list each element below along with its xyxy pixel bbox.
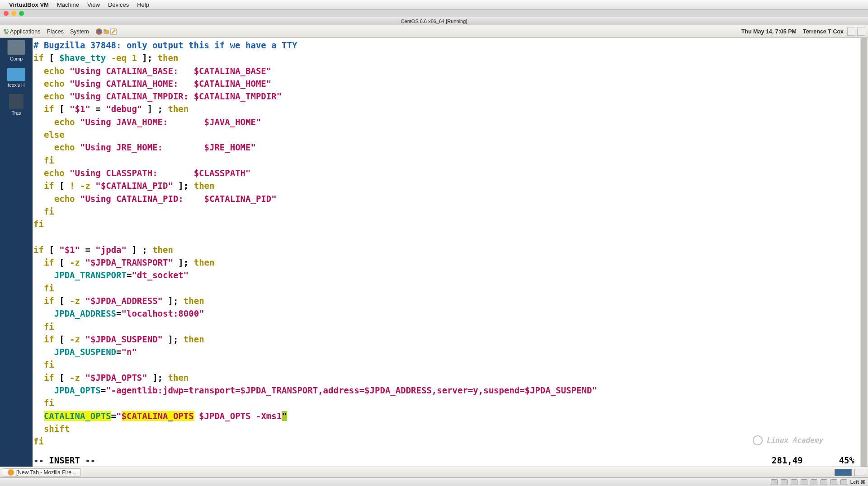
show-desktop-icon[interactable]: [854, 469, 865, 476]
svg-point-0: [4, 29, 6, 32]
kw-if: if: [44, 296, 54, 306]
str-jpda-address: "$JPDA_ADDRESS": [85, 296, 163, 306]
taskbar-firefox-label: [New Tab - Mozilla Fire...: [16, 469, 76, 476]
kw-if: if: [44, 104, 54, 114]
vb-display-icon[interactable]: [821, 479, 827, 485]
eq: =: [127, 270, 132, 280]
kw-z: -z: [70, 296, 80, 306]
eq: =: [101, 385, 106, 395]
menu-help[interactable]: Help: [137, 1, 149, 8]
computer-icon[interactable]: Comp: [7, 40, 25, 61]
vm-titlebar: CentOS 6.6 x86_64 [Running]: [0, 17, 868, 25]
kw-z: -z: [70, 257, 80, 267]
kw-then: then: [194, 257, 215, 267]
taskbar-firefox-button[interactable]: [New Tab - Mozilla Fire...: [3, 468, 81, 477]
kw-if: if: [44, 181, 54, 191]
kw-eq: -eq 1: [111, 53, 137, 63]
var-jpda-opts: JPDA_OPTS: [54, 385, 101, 395]
str-localhost: "localhost:8000": [122, 308, 204, 318]
vim-mode: -- INSERT --: [33, 454, 95, 467]
window-close-icon[interactable]: [4, 11, 9, 16]
str-jre-home: "Using JRE_HOME: $JRE_HOME": [80, 142, 256, 152]
vm-window-controls: [0, 10, 868, 17]
menu-system[interactable]: System: [70, 28, 89, 35]
str-agentlib: "-agentlib:jdwp=transport=$JPDA_TRANSPOR…: [106, 385, 597, 395]
kw-then: then: [194, 181, 215, 191]
firefox-launcher-icon[interactable]: [95, 28, 103, 35]
kw-then: then: [184, 334, 204, 344]
menu-places[interactable]: Places: [47, 28, 64, 35]
str-catalina-opts-rest: $JPDA_OPTS -Xms1: [194, 411, 282, 421]
kw-notz: ! -z: [70, 181, 90, 191]
var-have-tty: $have_tty: [59, 53, 106, 63]
kw-echo: echo: [44, 168, 65, 178]
str-jpda-suspend: "$JPDA_SUSPEND": [85, 334, 163, 344]
str-classpath: "Using CLASSPATH: $CLASSPATH": [70, 168, 250, 178]
virtualbox-statusbar: Left ⌘: [0, 477, 868, 486]
str-dt-socket: "dt_socket": [132, 270, 189, 280]
str-jpda-transport: "$JPDA_TRANSPORT": [85, 257, 173, 267]
svg-point-2: [8, 31, 9, 32]
app-menu[interactable]: VirtualBox VM: [9, 1, 49, 8]
trash-icon[interactable]: Tras: [9, 94, 24, 116]
firefox-icon: [8, 469, 14, 476]
kw-fi: fi: [33, 219, 44, 229]
vb-mouse-integration-icon[interactable]: [840, 479, 847, 485]
str-catalina-base: "Using CATALINA_BASE: $CATALINA_BASE": [70, 66, 271, 76]
home-folder-icon[interactable]: tcox's H: [7, 68, 25, 88]
menu-applications[interactable]: Applications: [10, 28, 40, 35]
panel-clock[interactable]: Thu May 14, 7:05 PM: [741, 28, 797, 35]
str-catalina-home: "Using CATALINA_HOME: $CATALINA_HOME": [70, 79, 271, 89]
str-jpda: "jpda": [95, 245, 127, 255]
kw-then: then: [168, 373, 189, 383]
menu-view[interactable]: View: [87, 1, 100, 8]
home-label: tcox's H: [8, 82, 24, 88]
kw-if: if: [33, 245, 44, 255]
trash-label: Tras: [12, 110, 21, 116]
window-zoom-icon[interactable]: [19, 11, 24, 16]
gedit-launcher-icon[interactable]: [110, 28, 117, 35]
network-icon[interactable]: [857, 28, 865, 36]
vb-hdd-icon[interactable]: [771, 479, 778, 485]
workspace-switcher[interactable]: [835, 469, 852, 476]
nautilus-launcher-icon[interactable]: [103, 28, 110, 35]
vb-usb-icon[interactable]: [801, 479, 807, 485]
kw-z: -z: [70, 334, 80, 344]
vb-optical-icon[interactable]: [781, 479, 788, 485]
vim-statusline: -- INSERT -- 281,49 45%: [33, 454, 859, 467]
kw-fi: fi: [44, 155, 54, 165]
svg-point-5: [97, 30, 101, 33]
vb-network-icon[interactable]: [791, 479, 797, 485]
terminal-scrollbar[interactable]: [860, 38, 868, 467]
kw-then: then: [158, 53, 179, 63]
kw-if: if: [44, 257, 54, 267]
kw-fi: fi: [44, 360, 54, 369]
eq: =: [116, 347, 121, 357]
watermark: Linux Academy: [753, 434, 823, 447]
kw-then: then: [168, 104, 189, 114]
str-jpda-opts: "$JPDA_OPTS": [85, 373, 147, 383]
kw-shift: shift: [44, 424, 70, 434]
panel-user[interactable]: Terrence T Cox: [803, 28, 844, 35]
kw-fi: fi: [44, 206, 54, 216]
kw-fi: fi: [44, 398, 54, 408]
var-jpda-transport: JPDA_TRANSPORT: [54, 270, 127, 280]
vim-buffer[interactable]: # Bugzilla 37848: only output this if we…: [33, 39, 865, 448]
desktop-icons: Comp tcox's H Tras: [0, 38, 33, 467]
mac-menubar: VirtualBox VM Machine View Devices Help: [0, 0, 868, 10]
volume-icon[interactable]: [847, 28, 855, 36]
scrollbar-thumb[interactable]: [861, 38, 867, 467]
vb-shared-folders-icon[interactable]: [811, 479, 817, 485]
menu-devices[interactable]: Devices: [108, 1, 129, 8]
computer-label: Comp: [10, 56, 23, 61]
svg-point-1: [7, 29, 8, 30]
window-minimize-icon[interactable]: [11, 11, 16, 16]
gnome-bottom-panel: [New Tab - Mozilla Fire...: [0, 467, 868, 477]
terminal-window[interactable]: # Bugzilla 37848: only output this if we…: [33, 38, 868, 467]
str-catalina-tmpdir: "Using CATALINA_TMPDIR: $CATALINA_TMPDIR…: [70, 91, 282, 101]
var-catalina-opts-hl: CATALINA_OPTS: [44, 411, 111, 421]
eq: =: [111, 411, 116, 421]
str-debug: "debug": [106, 104, 142, 114]
vb-recording-icon[interactable]: [830, 479, 837, 485]
menu-machine[interactable]: Machine: [57, 1, 79, 8]
